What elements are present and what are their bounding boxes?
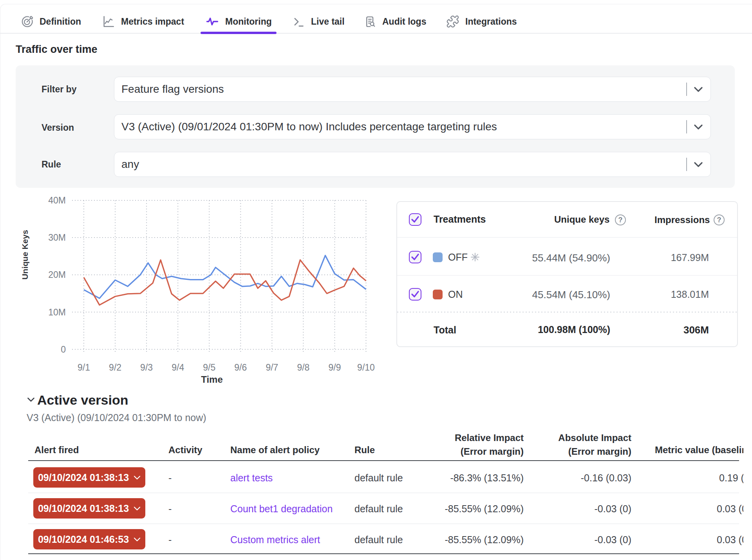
svg-text:Time: Time (201, 374, 223, 385)
svg-text:40M: 40M (48, 195, 66, 205)
svg-text:30M: 30M (48, 232, 66, 243)
svg-text:9/1: 9/1 (78, 362, 90, 373)
svg-text:9/7: 9/7 (266, 362, 278, 373)
svg-text:9/10: 9/10 (357, 362, 375, 373)
svg-text:Unique Keys: Unique Keys (20, 230, 29, 279)
svg-text:0: 0 (61, 344, 66, 355)
svg-text:9/8: 9/8 (297, 362, 309, 373)
svg-text:9/4: 9/4 (172, 362, 184, 373)
svg-text:9/5: 9/5 (203, 362, 215, 373)
svg-text:9/9: 9/9 (329, 362, 341, 373)
svg-text:10M: 10M (48, 307, 66, 317)
svg-text:9/3: 9/3 (140, 362, 153, 373)
svg-text:20M: 20M (48, 270, 66, 280)
svg-text:9/6: 9/6 (234, 362, 247, 373)
svg-text:9/2: 9/2 (109, 362, 121, 373)
